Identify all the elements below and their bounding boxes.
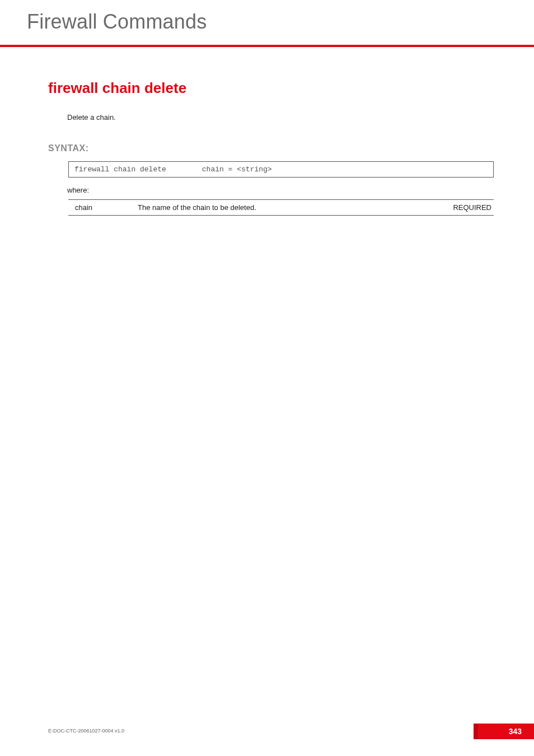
syntax-args: chain = <string>	[202, 165, 272, 174]
footer-doc-id: E-DOC-CTC-20061027-0004 v1.0	[48, 728, 124, 734]
table-row: chain The name of the chain to be delete…	[68, 200, 494, 216]
header-rule	[0, 45, 534, 47]
syntax-command: firewall chain delete	[74, 165, 198, 174]
page-number: 343	[509, 727, 522, 736]
param-name: chain	[68, 200, 135, 216]
where-label: where:	[67, 186, 89, 194]
param-desc: The name of the chain to be deleted.	[135, 200, 415, 216]
command-title: firewall chain delete	[48, 80, 186, 97]
param-required: REQUIRED	[415, 200, 494, 216]
chapter-title: Firewall Commands	[27, 10, 207, 34]
command-description: Delete a chain.	[67, 113, 116, 122]
parameters-table: chain The name of the chain to be delete…	[68, 199, 494, 216]
syntax-heading: SYNTAX:	[48, 143, 89, 153]
page-number-tab	[478, 724, 534, 739]
syntax-box: firewall chain delete chain = <string>	[68, 161, 494, 178]
